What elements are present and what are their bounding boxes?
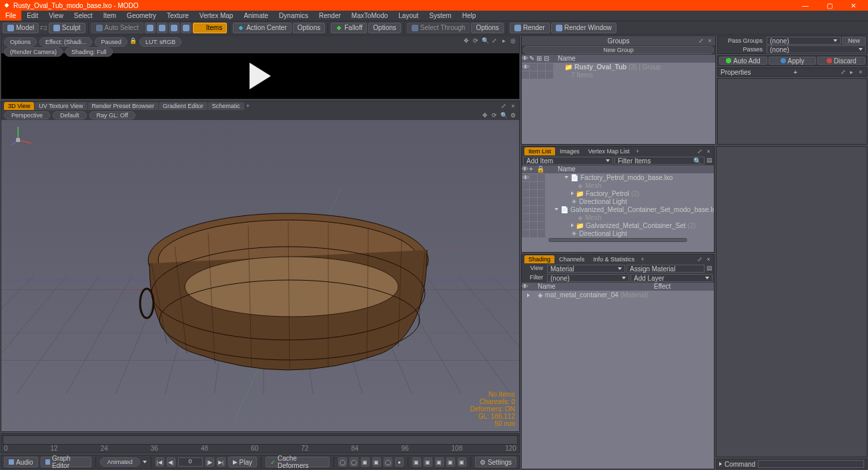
tab-itemlist[interactable]: Item List bbox=[524, 147, 555, 155]
selmode-4[interactable] bbox=[181, 23, 191, 33]
group-subrow[interactable]: 7 Items bbox=[522, 71, 715, 79]
misc-1[interactable]: ◯ bbox=[338, 457, 347, 467]
play-button[interactable]: ▶ Play bbox=[228, 457, 257, 467]
tab-infostats[interactable]: Info & Statistics bbox=[589, 255, 638, 263]
timeline[interactable]: 012 2436 4860 7284 96108 120 bbox=[1, 433, 520, 453]
menu-view[interactable]: View bbox=[43, 11, 69, 21]
preview-shading[interactable]: Shading: Full bbox=[65, 47, 113, 57]
misc-4[interactable]: ▣ bbox=[372, 457, 381, 467]
new-pass-button[interactable]: New bbox=[842, 37, 866, 45]
mode-sculpt[interactable]: Sculpt bbox=[49, 23, 85, 33]
new-group-button[interactable]: New Group bbox=[523, 46, 714, 54]
list-item[interactable]: ◈Mesh bbox=[522, 213, 714, 221]
selmode-1[interactable] bbox=[145, 23, 155, 33]
audio-button[interactable]: Audio bbox=[4, 457, 38, 467]
filter-icon[interactable]: ▤ bbox=[706, 265, 713, 271]
goto-start-button[interactable]: |◀ bbox=[155, 457, 164, 467]
add-icon[interactable]: + bbox=[639, 256, 646, 263]
options-button-1[interactable]: Options bbox=[293, 23, 325, 33]
menu-help[interactable]: Help bbox=[457, 11, 482, 21]
close-icon[interactable]: × bbox=[707, 37, 713, 44]
menu-edit[interactable]: Edit bbox=[21, 11, 43, 21]
popout-icon[interactable]: ⤢ bbox=[840, 69, 847, 75]
preview-body[interactable] bbox=[1, 53, 519, 99]
settings-button[interactable]: ⚙ Settings bbox=[475, 457, 516, 467]
misc-10[interactable]: ▣ bbox=[446, 457, 455, 467]
tab-renderpreset[interactable]: Render Preset Browser bbox=[88, 102, 159, 110]
menu-item[interactable]: Item bbox=[98, 11, 121, 21]
misc-5[interactable]: ◯ bbox=[384, 457, 392, 467]
misc-3[interactable]: ▣ bbox=[361, 457, 370, 467]
mode-model[interactable]: Model bbox=[3, 23, 39, 33]
menu-texture[interactable]: Texture bbox=[161, 11, 194, 21]
zoom-icon[interactable]: 🔍 bbox=[482, 37, 488, 44]
chevron-right-icon[interactable]: ▸ bbox=[500, 37, 507, 44]
tab-3dview[interactable]: 3D View bbox=[4, 102, 34, 110]
close-button[interactable]: ✕ bbox=[845, 1, 861, 10]
selmode-3[interactable] bbox=[169, 23, 179, 33]
perspective-dropdown[interactable]: Perspective bbox=[4, 111, 50, 119]
filteritems-input[interactable]: Filter Items🔍 bbox=[614, 157, 705, 165]
chevron-icon[interactable]: ▸ bbox=[849, 69, 855, 75]
gear-icon[interactable]: ⚙ bbox=[510, 112, 516, 119]
items-button[interactable]: Items bbox=[193, 23, 227, 33]
tab-shading[interactable]: Shading bbox=[524, 255, 554, 263]
3d-view[interactable]: No Items Channels: 0 Deformers: ON GL: 1… bbox=[1, 120, 519, 431]
list-item[interactable]: 📁Galvanized_Metal_Container_Set (2) bbox=[522, 221, 714, 229]
options-button-3[interactable]: Options bbox=[471, 23, 503, 33]
graph-editor-button[interactable]: Graph Editor bbox=[41, 457, 91, 467]
target-icon[interactable]: ◎ bbox=[510, 37, 516, 44]
filter-icon[interactable]: ▤ bbox=[706, 157, 713, 163]
menu-dynamics[interactable]: Dynamics bbox=[274, 11, 314, 21]
menu-geometry[interactable]: Geometry bbox=[121, 11, 161, 21]
addlayer-dropdown[interactable]: Add Layer bbox=[630, 274, 713, 282]
passes-dropdown[interactable]: (none) bbox=[767, 45, 866, 53]
misc-7[interactable]: ▣ bbox=[412, 457, 421, 467]
falloff-button[interactable]: Falloff bbox=[331, 23, 367, 33]
misc-2[interactable]: ◯ bbox=[350, 457, 358, 467]
cache-deformers-button[interactable]: ✓ Cache Deformers bbox=[266, 457, 330, 467]
lock-icon[interactable]: 🔒 bbox=[130, 37, 137, 44]
frame-field[interactable]: 0 bbox=[178, 457, 203, 467]
close-icon[interactable]: × bbox=[705, 148, 712, 155]
additem-dropdown[interactable]: Add Item bbox=[523, 157, 613, 165]
menu-render[interactable]: Render bbox=[314, 11, 346, 21]
add-icon[interactable]: + bbox=[793, 69, 797, 76]
list-item[interactable]: ☀Directional Light bbox=[522, 229, 714, 237]
close-icon[interactable]: × bbox=[857, 69, 864, 75]
goto-end-button[interactable]: ▶| bbox=[217, 457, 226, 467]
preview-camera[interactable]: (Render Camera) bbox=[4, 47, 63, 57]
misc-6[interactable]: ● bbox=[395, 457, 404, 467]
tab-vertexmap[interactable]: Vertex Map List bbox=[584, 147, 634, 155]
minimize-button[interactable]: — bbox=[797, 1, 813, 10]
step-back-button[interactable]: ◀| bbox=[167, 457, 175, 467]
add-tab-icon[interactable]: + bbox=[245, 103, 252, 109]
refresh-icon[interactable]: ⟳ bbox=[472, 37, 479, 44]
menu-layout[interactable]: Layout bbox=[393, 11, 424, 21]
tab-uvtexture[interactable]: UV Texture View bbox=[35, 102, 87, 110]
tab-images[interactable]: Images bbox=[556, 147, 584, 155]
tab-schematic[interactable]: Schematic bbox=[208, 102, 244, 110]
maximize-button[interactable]: ▢ bbox=[821, 1, 837, 10]
chevron-right-icon[interactable] bbox=[719, 462, 722, 466]
timeline-track[interactable] bbox=[3, 435, 518, 445]
popout-icon[interactable]: ⤢ bbox=[698, 37, 705, 44]
options-button-2[interactable]: Options bbox=[368, 23, 400, 33]
render-button[interactable]: Render bbox=[510, 23, 550, 33]
list-item[interactable]: 📁Factory_Petrol (2) bbox=[522, 189, 714, 197]
menu-file[interactable]: File bbox=[0, 11, 21, 21]
view-dropdown[interactable]: Material bbox=[547, 265, 625, 273]
menu-system[interactable]: System bbox=[424, 11, 456, 21]
tab-channels[interactable]: Channels bbox=[555, 255, 588, 263]
action-center-button[interactable]: Action Center bbox=[233, 23, 292, 33]
filter-dropdown[interactable]: (none) bbox=[547, 274, 629, 282]
list-item[interactable]: ☀Directional Light bbox=[522, 197, 714, 205]
move-icon[interactable]: ✥ bbox=[482, 112, 488, 119]
raygl-dropdown[interactable]: Ray GL: Off bbox=[89, 111, 135, 119]
animated-dropdown[interactable]: Animated bbox=[100, 457, 140, 467]
add-icon[interactable]: + bbox=[634, 148, 641, 155]
move-icon[interactable]: ✥ bbox=[463, 37, 470, 44]
step-fwd-button[interactable]: |▶ bbox=[205, 457, 214, 467]
material-row[interactable]: ◈ mat_metal_container_04 (Material) bbox=[522, 291, 714, 299]
preview-paused[interactable]: Paused bbox=[95, 37, 127, 47]
